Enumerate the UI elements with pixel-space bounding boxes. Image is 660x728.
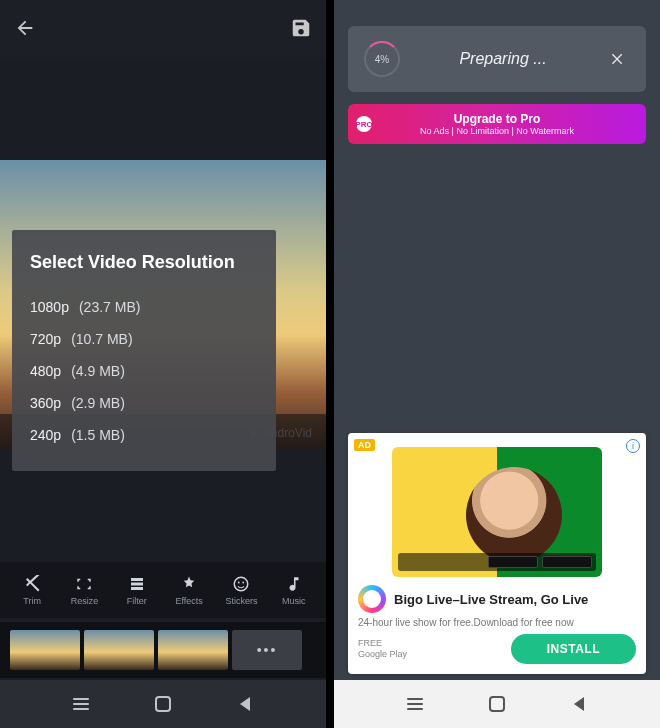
ad-description: 24-hour live show for free.Download for … (358, 617, 636, 628)
svg-point-1 (238, 581, 240, 583)
ad-label: AD (354, 439, 375, 451)
toolbar: Trim Resize Filter Effects Stickers Musi… (0, 562, 326, 618)
resolution-dialog: Select Video Resolution 1080p(23.7 MB) 7… (12, 230, 276, 471)
close-icon[interactable] (606, 47, 630, 71)
right-screen: 4% Preparing ... PRO Upgrade to Pro No A… (334, 0, 660, 728)
resolution-option[interactable]: 480p(4.9 MB) (30, 355, 258, 387)
ad-person-image (466, 467, 562, 563)
system-navbar (0, 680, 326, 728)
progress-status: Preparing ... (414, 50, 592, 68)
timeline-thumb[interactable] (158, 630, 228, 670)
svg-point-2 (243, 581, 245, 583)
back-button[interactable] (567, 692, 591, 716)
app-topbar (0, 0, 326, 60)
ad-store-badges (398, 553, 596, 571)
ad-meta: FREE Google Play (358, 638, 407, 660)
resolution-list: 1080p(23.7 MB) 720p(10.7 MB) 480p(4.9 MB… (30, 291, 258, 451)
pro-badge-icon: PRO (356, 116, 372, 132)
store-badge (542, 556, 592, 568)
install-button[interactable]: INSTALL (511, 634, 636, 664)
upgrade-title: Upgrade to Pro (454, 112, 541, 126)
upgrade-banner[interactable]: PRO Upgrade to Pro No Ads | No Limitatio… (348, 104, 646, 144)
resolution-option[interactable]: 360p(2.9 MB) (30, 387, 258, 419)
ad-info-icon[interactable]: i (626, 439, 640, 453)
home-button[interactable] (151, 692, 175, 716)
timeline-thumb[interactable] (10, 630, 80, 670)
tool-stickers[interactable]: Stickers (215, 562, 267, 618)
tool-filter[interactable]: Filter (111, 562, 163, 618)
left-screen: AndroVid Select Video Resolution 1080p(2… (0, 0, 326, 728)
timeline-more[interactable]: ••• (232, 630, 302, 670)
ad-app-logo (358, 585, 386, 613)
ad-title: Bigo Live–Live Stream, Go Live (394, 592, 588, 607)
timeline-thumbnails[interactable]: ••• (0, 622, 326, 678)
recents-button[interactable] (69, 692, 93, 716)
dialog-title: Select Video Resolution (30, 252, 258, 273)
ad-hero-image[interactable] (392, 447, 602, 577)
back-button[interactable] (233, 692, 257, 716)
tool-music[interactable]: Music (268, 562, 320, 618)
resolution-option[interactable]: 240p(1.5 MB) (30, 419, 258, 451)
home-button[interactable] (485, 692, 509, 716)
progress-ring: 4% (364, 41, 400, 77)
tool-trim[interactable]: Trim (6, 562, 58, 618)
save-icon[interactable] (290, 17, 312, 43)
recents-button[interactable] (403, 692, 427, 716)
tool-effects[interactable]: Effects (163, 562, 215, 618)
tool-resize[interactable]: Resize (58, 562, 110, 618)
system-navbar (334, 680, 660, 728)
upgrade-subtitle: No Ads | No Limitation | No Watermark (420, 126, 574, 136)
store-badge (488, 556, 538, 568)
resolution-option[interactable]: 1080p(23.7 MB) (30, 291, 258, 323)
screen-separator (326, 0, 334, 728)
ad-card: AD i Bigo Live–Live Stream, Go Live 24-h… (348, 433, 646, 674)
timeline-thumb[interactable] (84, 630, 154, 670)
svg-point-0 (235, 577, 249, 591)
back-icon[interactable] (14, 17, 36, 43)
progress-card: 4% Preparing ... (348, 26, 646, 92)
progress-percent: 4% (375, 54, 389, 65)
resolution-option[interactable]: 720p(10.7 MB) (30, 323, 258, 355)
